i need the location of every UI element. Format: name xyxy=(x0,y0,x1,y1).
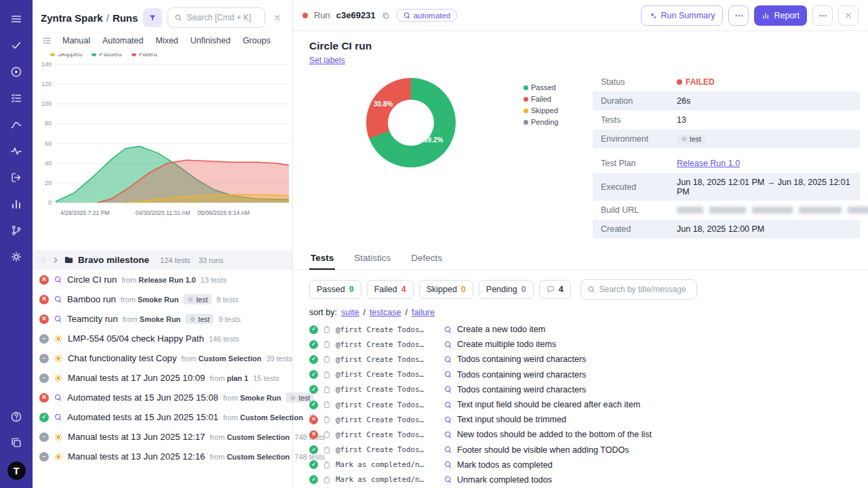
project-name[interactable]: Zyntra Spark xyxy=(41,12,103,24)
app-logo[interactable]: T xyxy=(7,462,26,480)
run-item[interactable]: Manual tests at 17 Jun 2025 10:09 from p… xyxy=(33,368,292,388)
filter-button[interactable] xyxy=(143,8,162,27)
run-title[interactable]: Manual tests at 13 Jun 2025 12:17 xyxy=(68,432,205,442)
sort-option-link[interactable]: suite xyxy=(341,308,359,317)
test-suite[interactable]: @first Create Todos… xyxy=(336,385,439,394)
milestone-name[interactable]: Bravo milestone xyxy=(78,255,149,265)
menu-icon[interactable] xyxy=(7,11,26,27)
trend-icon[interactable] xyxy=(7,117,26,133)
test-plan-link[interactable]: Release Run 1.0 xyxy=(677,159,740,168)
test-row[interactable]: Mark as completed/n… Unmark completed to… xyxy=(309,472,852,487)
test-row[interactable]: @first Create Todos… Todos containing we… xyxy=(309,382,852,397)
runs-filter-tab[interactable]: Mixed xyxy=(155,36,178,45)
activity-icon[interactable] xyxy=(7,143,26,159)
test-title[interactable]: Footer should be visible when adding TOD… xyxy=(457,445,629,455)
projects-icon[interactable] xyxy=(7,434,26,451)
sort-option-link[interactable]: failure xyxy=(405,308,435,317)
test-suite[interactable]: @first Create Todos… xyxy=(336,445,439,454)
tests-search[interactable] xyxy=(580,279,697,300)
tab[interactable]: Defects xyxy=(410,247,443,270)
comments-filter-chip[interactable]: 4 xyxy=(539,280,571,299)
close-run-button[interactable] xyxy=(838,5,859,26)
run-item[interactable]: Chat functionality test Copy from Custom… xyxy=(33,348,292,368)
runs-filter-tab[interactable]: Unfinished xyxy=(191,36,231,45)
test-suite[interactable]: @first Create Todos… xyxy=(336,370,439,379)
run-item[interactable]: Automated tests at 15 Jun 2025 15:08 fro… xyxy=(33,388,292,407)
check-icon[interactable] xyxy=(7,37,26,54)
run-title[interactable]: Automated tests at 15 Jun 2025 15:01 xyxy=(67,412,218,422)
runs-filter-tab[interactable]: Groups xyxy=(243,36,271,45)
test-title[interactable]: Create a new todo item xyxy=(457,325,545,334)
milestone-row[interactable]: Bravo milestone 124 tests 33 runs xyxy=(33,250,292,270)
run-item[interactable]: Circle CI run from Release Run 1.0 13 te… xyxy=(33,270,292,289)
test-title[interactable]: Text input field should be cleared after… xyxy=(457,400,640,409)
report-icon[interactable] xyxy=(7,196,26,212)
test-title[interactable]: Create multiple todo items xyxy=(457,340,556,349)
test-row[interactable]: @first Create Todos… Text input should b… xyxy=(309,412,852,427)
run-title[interactable]: Chat functionality test Copy xyxy=(68,353,177,363)
test-row[interactable]: @first Create Todos… Create multiple tod… xyxy=(309,337,852,352)
test-row[interactable]: @first Create Todos… Todos containing we… xyxy=(309,352,852,367)
test-title[interactable]: Unmark completed todos xyxy=(457,475,552,485)
test-suite[interactable]: @first Create Todos… xyxy=(336,355,439,364)
test-title[interactable]: Mark todos as completed xyxy=(457,460,553,470)
test-row[interactable]: @first Create Todos… Footer should be vi… xyxy=(309,443,852,458)
runs-filter-tab[interactable]: Automated xyxy=(102,36,143,45)
play-icon[interactable] xyxy=(7,64,26,80)
tests-search-input[interactable] xyxy=(599,285,690,294)
run-item[interactable]: LMP-554 05/04 check Happy Path 146 tests xyxy=(33,329,292,348)
checklist-icon[interactable] xyxy=(7,90,26,106)
summary-more-button[interactable]: ⋯ xyxy=(728,5,749,26)
run-summary-button[interactable]: Run Summary xyxy=(641,5,724,26)
status-filter-chip[interactable]: Pending0 xyxy=(479,280,534,299)
run-title[interactable]: Manual tests at 17 Jun 2025 10:09 xyxy=(68,373,205,383)
more-button[interactable]: ⋯ xyxy=(812,5,833,26)
test-suite[interactable]: @first Create Todos… xyxy=(336,401,439,409)
test-suite[interactable]: Mark as completed/n… xyxy=(336,475,439,484)
checklist-icon[interactable] xyxy=(42,36,52,45)
test-title[interactable]: Text input should be trimmed xyxy=(457,415,566,424)
search-input[interactable] xyxy=(186,13,258,22)
test-row[interactable]: @first Create Todos… Todos containing we… xyxy=(309,367,852,382)
drag-handle-icon[interactable] xyxy=(39,256,47,264)
run-title[interactable]: Circle CI run xyxy=(67,274,117,285)
runs-filter-tab[interactable]: Manual xyxy=(62,36,90,45)
test-suite[interactable]: @first Create Todos… xyxy=(336,340,439,349)
sort-option-link[interactable]: testcase xyxy=(363,308,401,317)
test-suite[interactable]: @first Create Todos… xyxy=(336,325,439,334)
test-row[interactable]: @first Create Todos… Text input field sh… xyxy=(309,397,852,412)
test-title[interactable]: Todos containing weird characters xyxy=(457,385,586,394)
run-title[interactable]: LMP-554 05/04 check Happy Path xyxy=(68,333,204,344)
test-suite[interactable]: Mark as completed/n… xyxy=(336,460,439,469)
test-suite[interactable]: @first Create Todos… xyxy=(336,430,439,439)
run-title[interactable]: Teamcity run xyxy=(67,314,118,324)
sidebar-search[interactable] xyxy=(167,7,265,28)
test-title[interactable]: Todos containing weird characters xyxy=(457,370,586,380)
chevron-right-icon[interactable] xyxy=(52,256,60,264)
test-row[interactable]: @first Create Todos… New todos should be… xyxy=(309,427,852,442)
tab[interactable]: Tests xyxy=(309,247,335,270)
run-item[interactable]: Manual tests at 13 Jun 2025 12:17 from C… xyxy=(33,427,292,447)
test-row[interactable]: @first Create Todos… Create a new todo i… xyxy=(309,322,852,337)
run-title[interactable]: Automated tests at 15 Jun 2025 15:08 xyxy=(67,392,218,403)
run-item[interactable]: Automated tests at 15 Jun 2025 15:01 fro… xyxy=(33,407,292,427)
test-title[interactable]: New todos should be added to the bottom … xyxy=(457,430,652,439)
runs-icon[interactable] xyxy=(7,169,26,186)
status-filter-chip[interactable]: Failed4 xyxy=(367,280,414,299)
test-title[interactable]: Todos containing weird characters xyxy=(457,354,586,364)
status-filter-chip[interactable]: Passed9 xyxy=(309,280,361,299)
branch-icon[interactable] xyxy=(7,222,26,239)
run-item[interactable]: Bamboo run from Smoke Run test 9 tests xyxy=(33,289,292,309)
sidebar-close-button[interactable] xyxy=(271,14,284,22)
tab[interactable]: Statistics xyxy=(353,247,392,270)
run-item[interactable]: Teamcity run from Smoke Run test 9 tests xyxy=(33,309,292,329)
gear-icon[interactable] xyxy=(7,249,26,265)
help-icon[interactable] xyxy=(7,409,26,425)
run-title[interactable]: Manual tests at 13 Jun 2025 12:16 xyxy=(68,451,205,462)
status-filter-chip[interactable]: Skipped0 xyxy=(419,280,473,299)
set-labels-link[interactable]: Set labels xyxy=(309,56,345,65)
run-item[interactable]: Manual tests at 13 Jun 2025 12:16 from C… xyxy=(33,447,292,466)
report-button[interactable]: Report xyxy=(754,5,807,26)
test-row[interactable]: Mark as completed/n… Mark todos as compl… xyxy=(309,458,852,472)
copy-run-id-button[interactable] xyxy=(382,12,390,20)
